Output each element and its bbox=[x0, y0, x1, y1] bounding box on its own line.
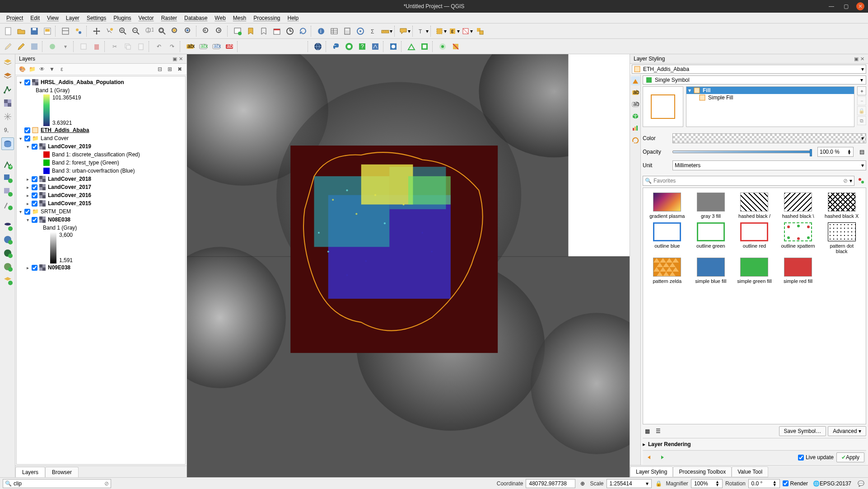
opacity-data-defined-button[interactable]: ▤ bbox=[857, 147, 866, 156]
zoom-layer-button[interactable] bbox=[182, 25, 195, 38]
swatch-gray-3-fill[interactable]: gray 3 fill bbox=[690, 193, 733, 219]
diagrams-tab[interactable] bbox=[631, 123, 640, 132]
duplicate-symbol-layer-button[interactable]: ⧉ bbox=[857, 116, 866, 125]
remove-symbol-layer-button[interactable]: － bbox=[857, 96, 866, 105]
new-map-view-button[interactable] bbox=[231, 25, 244, 38]
undo-style-button[interactable] bbox=[644, 452, 654, 462]
lock-scale-button[interactable]: 🔒 bbox=[654, 479, 663, 488]
layer-eth[interactable]: ETH_Addis_Ababa bbox=[41, 127, 89, 133]
rotation-field[interactable]: 0.0 °▲▼ bbox=[748, 479, 780, 488]
symbol-gallery[interactable]: gradient plasmagray 3 fillhashed black /… bbox=[643, 188, 866, 424]
layer-n09[interactable]: N09E038 bbox=[48, 264, 70, 271]
layer-lc2015[interactable]: LandCover_2015 bbox=[48, 200, 91, 207]
swatch-simple-green-fill[interactable]: simple green fill bbox=[733, 258, 776, 284]
show-bookmarks-button[interactable] bbox=[257, 25, 270, 38]
new-bookmark-button[interactable] bbox=[244, 25, 257, 38]
new-geopackage-button[interactable] bbox=[1, 70, 14, 82]
add-postgis-button[interactable] bbox=[1, 220, 14, 232]
masks-tab[interactable]: abc bbox=[631, 100, 640, 109]
menu-raster[interactable]: Raster bbox=[158, 14, 181, 23]
styling-close-button[interactable]: ✕ bbox=[860, 56, 864, 61]
add-xyz-button[interactable] bbox=[1, 274, 14, 287]
render-checkbox[interactable]: Render bbox=[783, 480, 808, 487]
history-tab[interactable] bbox=[631, 135, 640, 144]
plugin-8-button[interactable] bbox=[449, 40, 462, 53]
add-raster-button[interactable] bbox=[1, 97, 14, 109]
renderer-select[interactable]: Single Symbol ▾ bbox=[643, 75, 866, 85]
swatch-outline-green[interactable]: outline green bbox=[690, 222, 733, 254]
styling-layer-select[interactable]: ETH_Addis_Ababa ▾ bbox=[632, 65, 866, 74]
show-label-button[interactable] bbox=[254, 40, 267, 53]
plugin-5-button[interactable] bbox=[405, 40, 418, 53]
add-wcs-button[interactable] bbox=[1, 247, 14, 259]
symbol-tags-button[interactable] bbox=[856, 176, 866, 186]
copy-button[interactable] bbox=[121, 40, 134, 53]
layer-lc2019-checkbox[interactable] bbox=[32, 144, 37, 150]
symbol-search[interactable]: 🔍 ⊘ ▾ bbox=[643, 176, 854, 186]
new-gpkg-layer-button[interactable] bbox=[1, 172, 14, 184]
open-project-button[interactable] bbox=[15, 25, 28, 38]
new-shapefile-button[interactable]: + bbox=[1, 158, 14, 171]
layer-lc2019[interactable]: LandCover_2019 bbox=[48, 143, 91, 150]
panel-close-button[interactable]: ✕ bbox=[179, 56, 183, 61]
layer-rendering-label[interactable]: Layer Rendering bbox=[648, 441, 691, 447]
group-landcover[interactable]: Land Cover bbox=[41, 135, 69, 141]
layers-expand-button[interactable]: ⊟ bbox=[156, 65, 164, 73]
clear-locator-button[interactable]: ⊘ bbox=[104, 480, 109, 487]
layer-hrsl-checkbox[interactable] bbox=[24, 80, 30, 85]
edit-pencil-button[interactable] bbox=[2, 40, 14, 53]
toggle-editing-button[interactable] bbox=[15, 40, 28, 53]
tab-value-tool[interactable]: Value Tool bbox=[732, 466, 768, 477]
python-console-button[interactable] bbox=[330, 40, 342, 53]
label-3-button[interactable]: abc bbox=[210, 40, 223, 53]
unit-select[interactable]: Millimeters▾ bbox=[672, 160, 866, 170]
field-calculator-button[interactable] bbox=[341, 25, 354, 38]
symbol-layer-tree[interactable]: ▾Fill Simple Fill bbox=[686, 86, 854, 127]
cut-button[interactable]: ✂ bbox=[108, 40, 121, 53]
paste-button[interactable] bbox=[135, 40, 147, 53]
add-symbol-layer-button[interactable]: ＋ bbox=[857, 86, 866, 95]
layers-collapse-button[interactable]: ⊞ bbox=[166, 65, 174, 73]
map-tips-button[interactable]: ▾ bbox=[398, 25, 411, 38]
plugin-3-button[interactable] bbox=[369, 40, 382, 53]
layer-n08-checkbox[interactable] bbox=[32, 217, 37, 223]
save-edits-button[interactable] bbox=[28, 40, 41, 53]
fill-node[interactable]: Fill bbox=[703, 87, 710, 94]
layers-visibility-button[interactable]: 👁 bbox=[38, 65, 46, 73]
scale-field[interactable]: 1:255414▾ bbox=[607, 479, 652, 488]
swatch-outline-blue[interactable]: outline blue bbox=[646, 222, 689, 254]
3d-tab[interactable] bbox=[631, 112, 640, 121]
open-data-source-button[interactable] bbox=[1, 56, 14, 69]
layers-filter-button[interactable]: ▼ bbox=[48, 65, 56, 73]
swatch-pattern-zelda[interactable]: pattern zelda bbox=[646, 258, 689, 284]
clear-search-button[interactable]: ⊘ bbox=[843, 178, 848, 184]
layers-add-group-button[interactable]: 📁 bbox=[28, 65, 36, 73]
style-manager-button[interactable] bbox=[72, 25, 85, 38]
swatch-simple-red-fill[interactable]: simple red fill bbox=[777, 258, 820, 284]
attribute-table-button[interactable] bbox=[328, 25, 341, 38]
layer-lc2018-checkbox[interactable] bbox=[32, 176, 37, 182]
menu-project[interactable]: Project bbox=[3, 14, 27, 23]
plugin-4-button[interactable] bbox=[387, 40, 400, 53]
add-vector-button[interactable] bbox=[1, 83, 14, 96]
swatch-outline-red[interactable]: outline red bbox=[733, 222, 776, 254]
layer-lc2016-checkbox[interactable] bbox=[32, 193, 37, 198]
refresh-button[interactable] bbox=[284, 25, 296, 38]
layer-n09-checkbox[interactable] bbox=[32, 265, 37, 271]
plugin-6-button[interactable] bbox=[418, 40, 431, 53]
zoom-out-button[interactable] bbox=[130, 25, 142, 38]
reload-button[interactable] bbox=[297, 25, 309, 38]
change-label-button[interactable] bbox=[294, 40, 306, 53]
crs-button[interactable]: 🌐 EPSG:20137 bbox=[811, 477, 854, 489]
tab-processing-toolbox[interactable]: Processing Toolbox bbox=[673, 466, 732, 477]
group-landcover-checkbox[interactable] bbox=[24, 136, 30, 141]
advanced-button[interactable]: Advanced ▾ bbox=[828, 426, 866, 436]
layer-lc2018[interactable]: LandCover_2018 bbox=[48, 176, 91, 182]
swatch-hashed-black-x[interactable]: hashed black X bbox=[820, 193, 863, 219]
apply-button[interactable]: ✔Apply bbox=[836, 452, 864, 462]
add-wms-button[interactable] bbox=[1, 233, 14, 246]
pan-button[interactable] bbox=[90, 25, 103, 38]
magnifier-field[interactable]: 100%▲▼ bbox=[691, 479, 723, 488]
window-close-button[interactable]: ✕ bbox=[856, 2, 864, 10]
group-srtm-checkbox[interactable] bbox=[24, 209, 30, 215]
